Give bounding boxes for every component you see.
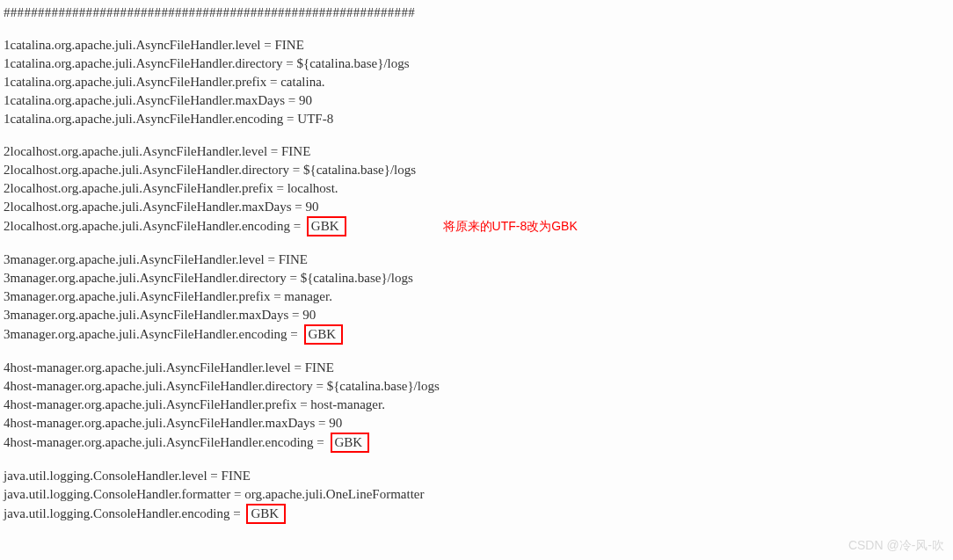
separator-line: ########################################… (4, 4, 949, 22)
config-value: UTF-8 (297, 110, 333, 128)
config-value: host-manager. (310, 396, 385, 414)
config-line: 2localhost.org.apache.juli.AsyncFileHand… (4, 198, 949, 216)
config-line: 3manager.org.apache.juli.AsyncFileHandle… (4, 287, 949, 306)
config-value: FINE (279, 251, 308, 269)
config-line: java.util.logging.ConsoleHandler.level =… (4, 467, 949, 485)
config-key: 2localhost.org.apache.juli.AsyncFileHand… (4, 198, 306, 216)
config-line: java.util.logging.ConsoleHandler.encodin… (4, 504, 949, 524)
config-key: 3manager.org.apache.juli.AsyncFileHandle… (4, 269, 301, 287)
config-key: 1catalina.org.apache.juli.AsyncFileHandl… (4, 73, 280, 91)
config-line: java.util.logging.ConsoleHandler.formatt… (4, 485, 949, 504)
watermark-text: CSDN @冷-风-吹 (848, 537, 944, 555)
config-key: 3manager.org.apache.juli.AsyncFileHandle… (4, 287, 284, 306)
config-line: 1catalina.org.apache.juli.AsyncFileHandl… (4, 91, 949, 110)
config-value: manager. (284, 287, 332, 306)
handler-block: 2localhost.org.apache.juli.AsyncFileHand… (4, 142, 949, 236)
handler-block: 3manager.org.apache.juli.AsyncFileHandle… (4, 251, 949, 345)
config-line: 1catalina.org.apache.juli.AsyncFileHandl… (4, 73, 949, 91)
config-value: org.apache.juli.OneLineFormatter (244, 485, 424, 504)
config-blocks: 1catalina.org.apache.juli.AsyncFileHandl… (4, 36, 949, 524)
config-value: 90 (329, 414, 342, 433)
config-value: localhost. (287, 179, 338, 198)
config-value: ${catalina.base}/logs (301, 269, 413, 287)
config-key: 3manager.org.apache.juli.AsyncFileHandle… (4, 251, 279, 269)
config-value: catalina. (280, 73, 324, 91)
config-key: java.util.logging.ConsoleHandler.formatt… (4, 485, 244, 504)
config-line: 4host-manager.org.apache.juli.AsyncFileH… (4, 377, 949, 396)
config-line: 2localhost.org.apache.juli.AsyncFileHand… (4, 142, 949, 161)
config-line: 4host-manager.org.apache.juli.AsyncFileH… (4, 433, 949, 453)
config-line: 3manager.org.apache.juli.AsyncFileHandle… (4, 306, 949, 324)
config-value: GBK (246, 504, 286, 524)
config-key: 3manager.org.apache.juli.AsyncFileHandle… (4, 306, 302, 324)
config-key: 1catalina.org.apache.juli.AsyncFileHandl… (4, 110, 297, 128)
config-line: 3manager.org.apache.juli.AsyncFileHandle… (4, 251, 949, 269)
config-value: FINE (281, 142, 310, 161)
config-line: 4host-manager.org.apache.juli.AsyncFileH… (4, 359, 949, 377)
config-value: FINE (305, 359, 334, 377)
config-value: ${catalina.base}/logs (303, 161, 416, 179)
config-key: 4host-manager.org.apache.juli.AsyncFileH… (4, 433, 328, 452)
config-key: 1catalina.org.apache.juli.AsyncFileHandl… (4, 91, 299, 110)
config-key: 4host-manager.org.apache.juli.AsyncFileH… (4, 396, 310, 414)
config-value: 90 (299, 91, 312, 110)
config-line: 4host-manager.org.apache.juli.AsyncFileH… (4, 396, 949, 414)
config-value: 90 (302, 306, 316, 324)
config-key: java.util.logging.ConsoleHandler.level = (4, 467, 222, 485)
config-line: 2localhost.org.apache.juli.AsyncFileHand… (4, 179, 949, 198)
config-key: 4host-manager.org.apache.juli.AsyncFileH… (4, 359, 305, 377)
config-key: 2localhost.org.apache.juli.AsyncFileHand… (4, 161, 303, 179)
console-handler-block: java.util.logging.ConsoleHandler.level =… (4, 467, 949, 524)
config-line: 2localhost.org.apache.juli.AsyncFileHand… (4, 216, 949, 236)
config-value: GBK (307, 216, 346, 236)
config-key: 4host-manager.org.apache.juli.AsyncFileH… (4, 414, 329, 433)
config-value: FINE (275, 36, 304, 55)
config-key: 4host-manager.org.apache.juli.AsyncFileH… (4, 377, 327, 396)
config-key: 2localhost.org.apache.juli.AsyncFileHand… (4, 142, 281, 161)
config-key: java.util.logging.ConsoleHandler.encodin… (4, 505, 244, 523)
annotation-text: 将原来的UTF-8改为GBK (443, 218, 578, 236)
config-key: 1catalina.org.apache.juli.AsyncFileHandl… (4, 36, 275, 55)
config-value: GBK (331, 433, 370, 453)
config-line: 1catalina.org.apache.juli.AsyncFileHandl… (4, 36, 949, 55)
config-value: FINE (222, 467, 251, 485)
config-line: 1catalina.org.apache.juli.AsyncFileHandl… (4, 110, 949, 128)
config-value: ${catalina.base}/logs (327, 377, 440, 396)
config-value: 90 (306, 198, 319, 216)
config-line: 3manager.org.apache.juli.AsyncFileHandle… (4, 324, 949, 345)
handler-block: 1catalina.org.apache.juli.AsyncFileHandl… (4, 36, 949, 128)
config-key: 3manager.org.apache.juli.AsyncFileHandle… (4, 325, 302, 344)
config-line: 3manager.org.apache.juli.AsyncFileHandle… (4, 269, 949, 287)
config-key: 2localhost.org.apache.juli.AsyncFileHand… (4, 179, 287, 198)
config-line: 2localhost.org.apache.juli.AsyncFileHand… (4, 161, 949, 179)
handler-block: 4host-manager.org.apache.juli.AsyncFileH… (4, 359, 949, 453)
config-line: 1catalina.org.apache.juli.AsyncFileHandl… (4, 55, 949, 73)
config-line: 4host-manager.org.apache.juli.AsyncFileH… (4, 414, 949, 433)
config-key: 2localhost.org.apache.juli.AsyncFileHand… (4, 217, 304, 236)
config-value: GBK (304, 324, 344, 345)
config-key: 1catalina.org.apache.juli.AsyncFileHandl… (4, 55, 297, 73)
config-value: ${catalina.base}/logs (297, 55, 410, 73)
